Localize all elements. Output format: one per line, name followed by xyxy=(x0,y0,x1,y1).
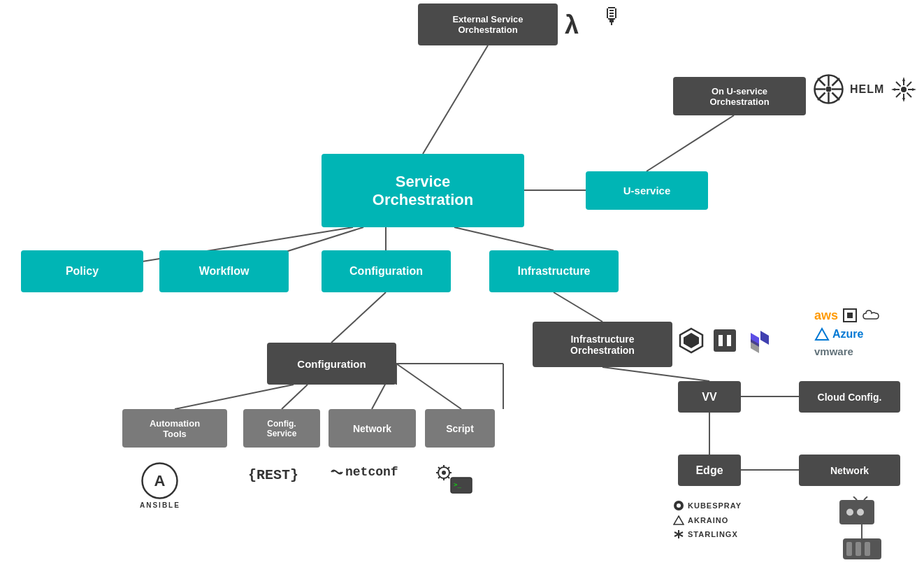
ansible-logo: A ANSIBLE xyxy=(140,462,180,509)
svg-line-9 xyxy=(282,385,308,409)
hexagon-icon xyxy=(678,327,705,354)
svg-line-2 xyxy=(647,115,734,171)
node-automation-tools: Automation Tools xyxy=(122,409,227,448)
svg-rect-45 xyxy=(714,329,736,352)
node-infrastructure: Infrastructure xyxy=(489,250,619,292)
azure-logo-row: Azure xyxy=(814,327,881,341)
svg-rect-47 xyxy=(727,335,731,346)
ansible-label: ANSIBLE xyxy=(140,501,180,509)
kubespray-label: KUBESPRAY xyxy=(688,501,742,510)
helm-label: HELM xyxy=(850,83,884,96)
kubespray-icon xyxy=(673,500,684,511)
svg-marker-67 xyxy=(816,329,828,340)
svg-point-21 xyxy=(826,87,832,92)
node-workflow: Workflow xyxy=(159,250,289,292)
akraino-row: AKRAINO xyxy=(673,515,742,525)
svg-marker-40 xyxy=(912,88,916,91)
akraino-icon xyxy=(673,515,684,525)
azure-triangle-icon xyxy=(814,327,830,341)
svg-line-35 xyxy=(896,82,901,87)
node-edge: Edge xyxy=(678,455,741,486)
svg-marker-49 xyxy=(760,331,769,345)
aws-logo-row: aws xyxy=(814,308,881,323)
node-network: Network xyxy=(329,409,416,448)
svg-point-54 xyxy=(442,471,446,475)
node-policy: Policy xyxy=(21,250,143,292)
starlingx-row: STARLINGX xyxy=(673,529,742,539)
svg-line-27 xyxy=(832,93,840,101)
node-uservice: U-service xyxy=(586,171,708,210)
svg-rect-81 xyxy=(856,542,861,556)
terraform-icon xyxy=(745,327,772,354)
svg-line-59 xyxy=(438,467,440,469)
node-cloud-config: Cloud Config. xyxy=(799,381,900,413)
node-external-service-orch: External Service Orchestration xyxy=(418,3,558,45)
node-vv: VV xyxy=(678,381,741,413)
svg-line-28 xyxy=(832,78,840,86)
svg-point-76 xyxy=(857,509,864,516)
svg-line-62 xyxy=(438,476,440,478)
svg-line-77 xyxy=(853,496,857,500)
svg-line-37 xyxy=(907,82,912,87)
node-on-uservice-orch: On U-service Orchestration xyxy=(673,77,806,115)
svg-line-36 xyxy=(907,92,912,97)
akraino-label: AKRAINO xyxy=(688,516,728,524)
azure-label: Azure xyxy=(832,328,863,341)
kubespray-row: KUBESPRAY xyxy=(673,500,742,511)
svg-rect-66 xyxy=(847,313,853,318)
helm-icon xyxy=(890,76,918,103)
svg-text:>_: >_ xyxy=(454,481,461,488)
netconf-logo: netconf xyxy=(330,465,398,479)
svg-line-7 xyxy=(331,292,386,343)
starlingx-label: STARLINGX xyxy=(688,530,738,538)
vmware-label: vmware xyxy=(814,345,853,357)
svg-line-8 xyxy=(175,385,294,409)
node-service-orch: Service Orchestration xyxy=(322,154,524,227)
edge-logos: KUBESPRAY AKRAINO STARLINGX xyxy=(673,500,742,539)
lambda-icon: λ xyxy=(565,10,579,40)
svg-text:A: A xyxy=(154,472,166,489)
rest-logo: {REST} xyxy=(248,467,298,483)
svg-line-60 xyxy=(447,476,449,478)
aws-cloud-icon xyxy=(862,308,881,322)
svg-line-26 xyxy=(818,78,825,86)
cloud-logos: aws Azure vmware xyxy=(814,308,881,358)
helm-icons: HELM xyxy=(813,73,918,105)
svg-point-69 xyxy=(677,503,681,508)
svg-rect-46 xyxy=(719,335,723,346)
svg-line-78 xyxy=(864,496,867,500)
node-network-right: Network xyxy=(799,455,900,486)
svg-line-29 xyxy=(818,93,825,101)
svg-line-4 xyxy=(454,227,554,250)
svg-marker-39 xyxy=(902,77,905,81)
svg-point-30 xyxy=(901,87,907,92)
pause-icon xyxy=(712,327,738,354)
svg-rect-80 xyxy=(846,542,852,556)
kubernetes-icon xyxy=(813,73,844,105)
svg-rect-82 xyxy=(865,542,870,556)
node-configuration-mid: Configuration xyxy=(267,343,396,385)
aws-box-icon xyxy=(842,308,858,323)
svg-marker-70 xyxy=(674,516,684,524)
starlingx-icon xyxy=(673,529,684,539)
node-script: Script xyxy=(425,409,495,448)
svg-line-11 xyxy=(396,364,461,409)
script-icon: >_ xyxy=(430,460,475,501)
node-config-service: Config. Service xyxy=(243,409,320,448)
svg-line-15 xyxy=(554,292,602,322)
svg-line-38 xyxy=(896,92,901,97)
svg-marker-44 xyxy=(684,333,699,348)
diagram: External Service Orchestration λ 🎙 On U-… xyxy=(0,0,924,572)
microphone-icon: 🎙 xyxy=(601,3,623,29)
svg-line-0 xyxy=(423,45,488,154)
svg-line-16 xyxy=(602,367,709,381)
svg-marker-42 xyxy=(891,88,895,91)
svg-point-75 xyxy=(846,509,853,516)
network-device-icons xyxy=(836,496,920,569)
vmware-logo-row: vmware xyxy=(814,345,881,358)
node-infra-orch: Infrastructure Orchestration xyxy=(533,322,672,367)
svg-line-61 xyxy=(447,467,449,469)
infra-orch-icons xyxy=(678,327,772,354)
svg-marker-41 xyxy=(902,98,905,102)
node-configuration-top: Configuration xyxy=(322,250,451,292)
